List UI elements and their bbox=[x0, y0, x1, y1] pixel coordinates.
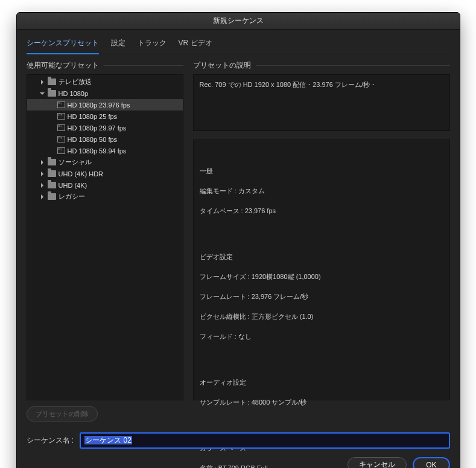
folder-icon bbox=[48, 79, 56, 85]
details-timebase: タイムベース : 23,976 fps bbox=[200, 206, 443, 216]
chevron-down-icon bbox=[39, 91, 45, 97]
details-video-header: ビデオ設定 bbox=[200, 252, 443, 262]
folder-icon bbox=[48, 193, 56, 200]
tree-item-hd1080p-5994[interactable]: HD 1080p 59.94 fps bbox=[27, 145, 183, 156]
preset-description-text: Rec. 709 での HD 1920 x 1080 配信・23.976 フレー… bbox=[200, 81, 376, 88]
tree-item-social[interactable]: ソーシャル bbox=[27, 156, 183, 168]
tree-label: UHD (4K) bbox=[59, 182, 87, 189]
folder-icon bbox=[48, 182, 56, 188]
tree-label: HD 1080p 25 fps bbox=[68, 113, 118, 120]
preset-details-box: 一般 編集モード : カスタム タイムベース : 23,976 fps ビデオ設… bbox=[193, 139, 450, 400]
tab-bar: シーケンスプリセット 設定 トラック VR ビデオ bbox=[27, 36, 450, 54]
preset-description-box: Rec. 709 での HD 1920 x 1080 配信・23.976 フレー… bbox=[193, 74, 450, 131]
chevron-right-icon bbox=[39, 182, 45, 188]
folder-icon bbox=[48, 90, 56, 97]
preset-icon bbox=[57, 101, 65, 108]
sequence-name-label: シーケンス名 : bbox=[27, 435, 74, 446]
tree-item-hd1080p-23976[interactable]: HD 1080p 23.976 fps bbox=[27, 99, 183, 111]
chevron-right-icon bbox=[39, 171, 45, 177]
folder-icon bbox=[48, 159, 56, 165]
details-audio-header: オーディオ設定 bbox=[200, 377, 443, 388]
preset-tree[interactable]: テレビ放送 HD 1080p HD 1080p 23.976 fps bbox=[27, 74, 183, 400]
preset-icon bbox=[57, 147, 65, 154]
preset-icon bbox=[57, 113, 65, 120]
tree-label: HD 1080p 59.94 fps bbox=[68, 147, 127, 155]
tab-vr-video[interactable]: VR ビデオ bbox=[179, 36, 212, 54]
tab-sequence-presets[interactable]: シーケンスプリセット bbox=[27, 36, 99, 54]
tree-item-hd1080p-2997[interactable]: HD 1080p 29.97 fps bbox=[27, 122, 183, 133]
cancel-button[interactable]: キャンセル bbox=[347, 457, 407, 468]
details-framesize: フレームサイズ : 1920横1080縦 (1,0000) bbox=[200, 272, 443, 282]
ok-button[interactable]: OK bbox=[413, 457, 449, 468]
tree-item-hd-1080p[interactable]: HD 1080p bbox=[27, 88, 183, 99]
tree-item-tv-broadcast[interactable]: テレビ放送 bbox=[27, 76, 183, 88]
chevron-right-icon bbox=[39, 159, 45, 165]
tree-item-uhd4k-hdr[interactable]: UHD (4K) HDR bbox=[27, 168, 183, 179]
tree-label: ソーシャル bbox=[59, 158, 92, 167]
tree-label: HD 1080p 29.97 fps bbox=[68, 124, 127, 132]
new-sequence-dialog: 新規シーケンス シーケンスプリセット 設定 トラック VR ビデオ 使用可能なプ… bbox=[16, 12, 460, 468]
sequence-name-input[interactable]: シーケンス 02 bbox=[80, 432, 449, 449]
tab-settings[interactable]: 設定 bbox=[111, 36, 125, 54]
tree-item-uhd4k[interactable]: UHD (4K) bbox=[27, 179, 183, 191]
details-framerate: フレームレート : 23,976 フレーム/秒 bbox=[200, 292, 443, 302]
details-pixel-aspect: ピクセル縦横比 : 正方形ピクセル (1.0) bbox=[200, 312, 443, 322]
delete-preset-button[interactable]: プリセットの削除 bbox=[27, 406, 98, 422]
tree-item-hd1080p-25[interactable]: HD 1080p 25 fps bbox=[27, 111, 183, 122]
folder-icon bbox=[48, 170, 56, 177]
chevron-right-icon bbox=[39, 194, 45, 200]
details-edit-mode: 編集モード : カスタム bbox=[200, 186, 443, 196]
tree-label: HD 1080p bbox=[59, 90, 89, 97]
tree-label: HD 1080p 23.976 fps bbox=[68, 101, 130, 109]
preset-icon bbox=[57, 136, 65, 143]
tree-label: テレビ放送 bbox=[59, 77, 92, 86]
details-samplerate: サンプルレート : 48000 サンプル/秒 bbox=[200, 397, 443, 408]
preset-icon bbox=[57, 124, 65, 131]
details-fields: フィールド : なし bbox=[200, 332, 443, 342]
window-title: 新規シーケンス bbox=[213, 16, 264, 26]
tree-label: HD 1080p 50 fps bbox=[68, 136, 118, 143]
sequence-name-value: シーケンス 02 bbox=[84, 436, 132, 444]
preset-description-header: プリセットの説明 bbox=[193, 60, 450, 71]
tree-label: UHD (4K) HDR bbox=[59, 170, 104, 178]
tree-item-hd1080p-50[interactable]: HD 1080p 50 fps bbox=[27, 133, 183, 145]
tree-label: レガシー bbox=[59, 192, 85, 201]
available-presets-header: 使用可能なプリセット bbox=[27, 60, 183, 71]
tree-item-legacy[interactable]: レガシー bbox=[27, 191, 183, 202]
chevron-right-icon bbox=[39, 79, 45, 85]
tab-tracks[interactable]: トラック bbox=[138, 36, 167, 54]
title-bar: 新規シーケンス bbox=[17, 13, 460, 30]
details-general-header: 一般 bbox=[200, 166, 443, 176]
